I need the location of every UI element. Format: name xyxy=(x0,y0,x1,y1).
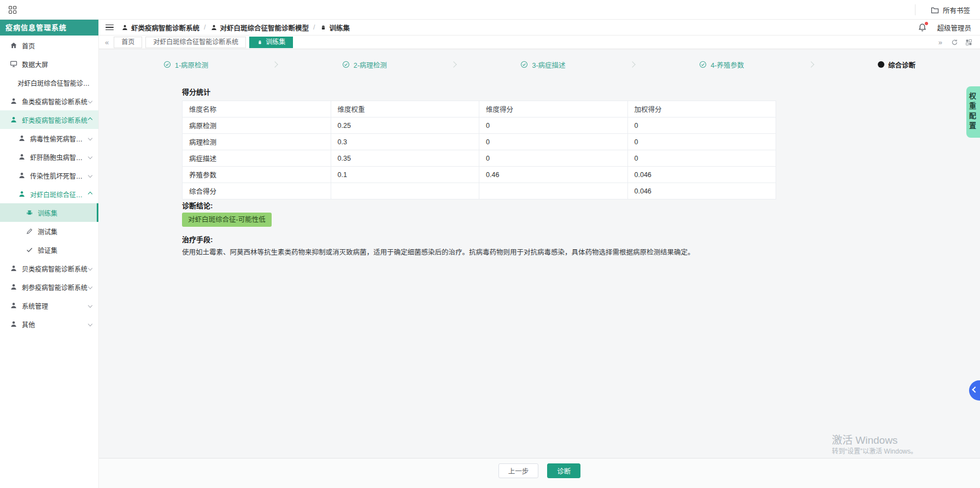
tab-scroll-right-icon[interactable]: » xyxy=(937,38,944,46)
sidebar: 疫病信息管理系统 首页 数据大屏 对虾白斑综合征智能诊断系统 鱼类疫病智能诊断系… xyxy=(0,20,99,488)
sidebar-menu: 首页 数据大屏 对虾白斑综合征智能诊断系统 鱼类疫病智能诊断系统 虾类疫病智能诊… xyxy=(0,36,98,333)
topbar-divider xyxy=(915,4,916,15)
chevron-down-icon xyxy=(88,99,92,103)
current-user[interactable]: 超级管理员 xyxy=(937,22,971,33)
circle-check-icon xyxy=(342,61,350,68)
diagnosis-conclusion-label: 诊断结论: xyxy=(182,200,213,210)
chevron-down-icon xyxy=(88,136,92,140)
diagnose-button[interactable]: 诊断 xyxy=(547,463,580,478)
screen-icon xyxy=(10,60,17,68)
breadcrumb-item[interactable]: 训练集 xyxy=(320,22,350,33)
sidebar-item-shrimp-system[interactable]: 虾类疫病智能诊断系统 xyxy=(0,110,98,129)
user-icon xyxy=(18,134,26,142)
circle-check-icon xyxy=(163,61,171,68)
table-header-row: 维度名称 维度权重 维度得分 加权得分 xyxy=(183,101,776,117)
robot-icon xyxy=(257,39,263,45)
step-dot-icon xyxy=(878,61,884,68)
app-title: 疫病信息管理系统 xyxy=(0,20,98,36)
notification-bell-icon[interactable] xyxy=(918,23,927,32)
sidebar-item-fish-system[interactable]: 鱼类疫病智能诊断系统 xyxy=(0,92,98,110)
prev-step-button[interactable]: 上一步 xyxy=(498,463,539,478)
refresh-icon[interactable] xyxy=(951,39,958,46)
user-icon xyxy=(121,24,128,31)
sidebar-item-test-set[interactable]: 测试集 xyxy=(0,222,98,240)
treatment-label: 治疗手段: xyxy=(182,234,213,244)
circle-check-icon xyxy=(520,61,528,68)
bookmarks-button[interactable]: 所有书签 xyxy=(931,0,970,20)
collapse-panel-button[interactable] xyxy=(969,380,980,401)
sidebar-item-system-management[interactable]: 系统管理 xyxy=(0,296,98,315)
step-pathology-detection[interactable]: 2-病理检测 xyxy=(342,60,387,70)
chevron-down-icon xyxy=(88,322,92,326)
tab-training-set[interactable]: 训练集 xyxy=(249,37,293,48)
diagnosis-conclusion-badge: 对虾白斑综合征-可能性低 xyxy=(182,213,272,227)
tab-bar: « 首页 对虾白斑综合征智能诊断系统 训练集 » xyxy=(99,36,980,49)
breadcrumb: 虾类疫病智能诊断系统 / 对虾白斑综合征智能诊断模型 / 训练集 xyxy=(121,22,350,33)
tab-scroll-left-icon[interactable]: « xyxy=(103,38,110,46)
step-comprehensive-diagnosis[interactable]: 综合诊断 xyxy=(878,60,916,70)
tab-controls: » xyxy=(937,38,976,46)
hamburger-icon[interactable] xyxy=(105,25,114,31)
footer-bar: 上一步 诊断 xyxy=(99,458,980,488)
sidebar-item-imn-model[interactable]: 传染性肌坏死智能诊断模型 xyxy=(0,166,98,185)
col-dimension-weight: 维度权重 xyxy=(331,101,479,117)
user-icon xyxy=(10,116,17,124)
sidebar-item-wssv-system[interactable]: 对虾白斑综合征智能诊断系统 xyxy=(0,73,98,92)
user-icon xyxy=(10,97,17,105)
chevron-down-icon xyxy=(88,173,92,178)
chevron-up-icon xyxy=(88,192,92,196)
table-row-total: 综合得分 0.046 xyxy=(183,183,776,199)
sidebar-item-validation-set[interactable]: 验证集 xyxy=(0,240,98,259)
pencil-icon xyxy=(26,227,33,235)
table-row: 病原检测 0.25 0 0 xyxy=(183,117,776,134)
apps-grid-icon[interactable] xyxy=(9,6,16,14)
col-dimension-score: 维度得分 xyxy=(479,101,628,117)
folder-icon xyxy=(931,7,939,14)
sidebar-item-wssv-model[interactable]: 对虾白斑综合征智能诊断模型 xyxy=(0,185,98,203)
circle-check-icon xyxy=(699,61,707,68)
score-table: 维度名称 维度权重 维度得分 加权得分 病原检测 0.25 0 0 病理检测 xyxy=(182,101,776,199)
chevron-down-icon xyxy=(88,303,92,308)
breadcrumb-item[interactable]: 虾类疫病智能诊断系统 xyxy=(121,22,199,33)
step-pathogen-detection[interactable]: 1-病原检测 xyxy=(163,60,208,70)
chevron-down-icon xyxy=(88,266,92,271)
chevron-up-icon xyxy=(88,117,92,122)
col-weighted-score: 加权得分 xyxy=(627,101,776,117)
main-header: 虾类疫病智能诊断系统 / 对虾白斑综合征智能诊断模型 / 训练集 超级 xyxy=(99,20,980,36)
step-farming-parameters[interactable]: 4-养殖参数 xyxy=(699,60,744,70)
user-icon xyxy=(10,320,17,328)
sidebar-item-home[interactable]: 首页 xyxy=(0,36,98,55)
sidebar-item-viral-model[interactable]: 病毒性偷死病智能诊断模型 xyxy=(0,129,98,148)
breadcrumb-item[interactable]: 对虾白斑综合征智能诊断模型 xyxy=(210,22,309,33)
robot-icon xyxy=(26,209,33,216)
check-icon xyxy=(26,246,33,254)
sidebar-item-shellfish-system[interactable]: 贝类疫病智能诊断系统 xyxy=(0,259,98,278)
sidebar-item-dashboard[interactable]: 数据大屏 xyxy=(0,55,98,73)
user-icon xyxy=(18,190,26,198)
treatment-text: 使用如土霉素、阿莫西林等抗生素类药物来抑制或消灭致病菌，适用于确定细菌感染后的治… xyxy=(182,248,838,257)
sidebar-item-other[interactable]: 其他 xyxy=(0,315,98,333)
windows-activation-watermark: 激活 Windows xyxy=(832,432,897,446)
tab-wssv-system[interactable]: 对虾白斑综合征智能诊断系统 xyxy=(145,37,246,48)
step-symptom-description[interactable]: 3-病症描述 xyxy=(520,60,565,70)
app-screen: 所有书签 疫病信息管理系统 首页 数据大屏 对虾白斑综合征智能诊断系统 鱼类疫病… xyxy=(0,0,980,488)
content: 1-病原检测 2-病理检测 3-病症描述 4-养殖参数 xyxy=(99,49,980,488)
sidebar-item-training-set[interactable]: 训练集 xyxy=(0,203,98,222)
layout-grid-icon[interactable] xyxy=(965,39,972,46)
user-icon xyxy=(10,302,17,309)
windows-activation-watermark-sub: 转到“设置”以激活 Windows。 xyxy=(832,446,917,455)
robot-icon xyxy=(320,24,327,31)
user-icon xyxy=(10,264,17,272)
tab-home[interactable]: 首页 xyxy=(114,37,142,48)
bookmarks-label: 所有书签 xyxy=(943,5,970,15)
weight-config-tab[interactable]: 权重配置 xyxy=(966,86,980,138)
header-right: 超级管理员 xyxy=(918,22,971,33)
sidebar-item-ehp-model[interactable]: 虾肝肠胞虫病智能诊断模型 xyxy=(0,148,98,166)
user-icon xyxy=(18,172,26,179)
breadcrumb-separator: / xyxy=(204,23,206,31)
diagnosis-stepper: 1-病原检测 2-病理检测 3-病症描述 4-养殖参数 xyxy=(163,57,916,72)
step-arrow-icon xyxy=(272,61,278,67)
user-icon xyxy=(210,24,218,31)
score-statistics-title: 得分统计 xyxy=(182,86,210,97)
sidebar-item-seacucumber-system[interactable]: 刺参疫病智能诊断系统 xyxy=(0,278,98,296)
